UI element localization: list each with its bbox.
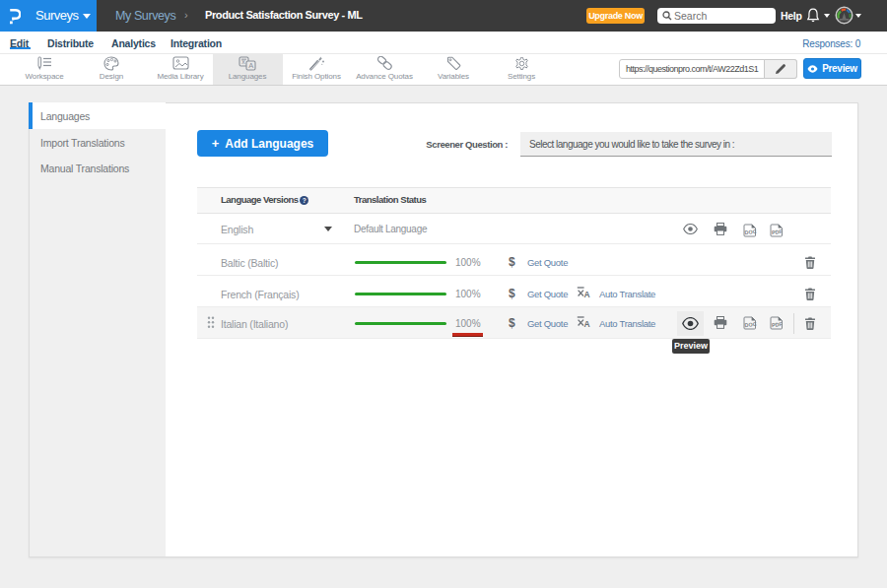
svg-text:A: A bbox=[584, 319, 590, 328]
svg-text:A: A bbox=[248, 61, 253, 70]
svg-text:A: A bbox=[584, 290, 590, 298]
svg-text:PDF: PDF bbox=[772, 229, 784, 236]
svg-text:PDF: PDF bbox=[772, 321, 784, 329]
svg-text:?: ? bbox=[303, 197, 307, 204]
